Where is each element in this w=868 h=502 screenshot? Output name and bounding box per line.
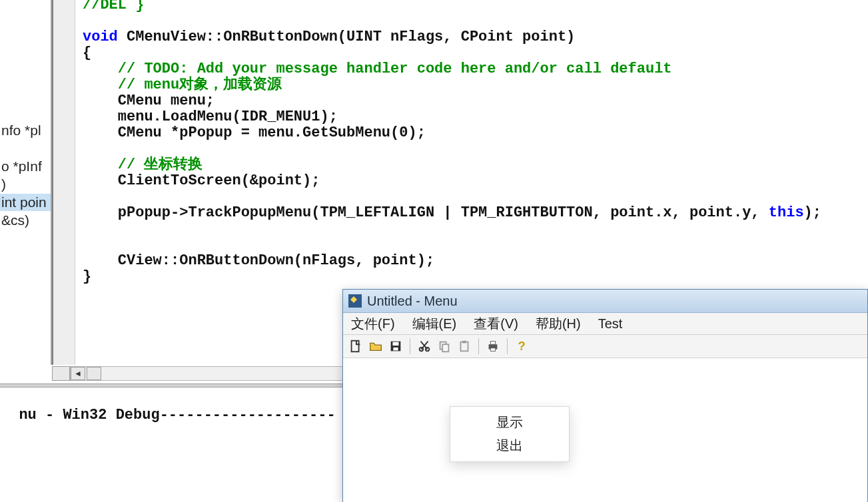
app-menubar[interactable]: 文件(F)编辑(E)查看(V)帮助(H)Test: [343, 313, 867, 335]
new-file-icon[interactable]: [347, 338, 364, 355]
class-view-item[interactable]: &cs): [0, 212, 52, 229]
menubar-item[interactable]: 文件(F): [347, 314, 399, 334]
class-view-item[interactable]: int poin: [0, 194, 52, 211]
menubar-item[interactable]: 编辑(E): [408, 314, 461, 334]
app-titlebar[interactable]: Untitled - Menu: [343, 290, 867, 313]
menubar-item[interactable]: Test: [594, 315, 627, 333]
svg-rect-14: [490, 348, 495, 352]
app-icon: [348, 294, 362, 308]
toolbar-separator: [507, 338, 508, 354]
svg-rect-13: [490, 342, 495, 345]
class-view-panel[interactable]: nfo *plo *pInf)int poin &cs): [0, 0, 52, 365]
print-icon[interactable]: [484, 338, 502, 355]
scroll-left-button[interactable]: ◄: [71, 367, 85, 380]
svg-rect-11: [462, 341, 466, 344]
copy-icon[interactable]: [436, 338, 453, 355]
app-title: Untitled - Menu: [367, 294, 458, 309]
app-toolbar[interactable]: ?: [343, 335, 867, 358]
context-menu[interactable]: 显示退出: [450, 406, 570, 462]
svg-text:?: ?: [518, 339, 525, 353]
context-menu-item[interactable]: 显示: [450, 411, 569, 434]
running-app-window[interactable]: Untitled - Menu 文件(F)编辑(E)查看(V)帮助(H)Test…: [342, 289, 868, 502]
output-line: nu - Win32 Debug--------------------: [19, 407, 335, 423]
cut-icon[interactable]: [416, 338, 433, 355]
code-text[interactable]: //DEL } void CMenuView::OnRButtonDown(UI…: [83, 0, 821, 285]
svg-rect-3: [393, 348, 398, 351]
editor-scroll-corner: [52, 366, 70, 381]
svg-rect-9: [442, 344, 448, 352]
class-view-item[interactable]: o *pInf: [0, 158, 52, 175]
class-view-item[interactable]: ): [0, 176, 52, 193]
app-client-area[interactable]: 显示退出: [343, 358, 867, 502]
paste-icon[interactable]: [456, 338, 473, 355]
svg-rect-2: [392, 342, 398, 346]
class-view-item[interactable]: nfo *pl: [0, 122, 52, 139]
toolbar-separator: [478, 338, 479, 354]
svg-rect-0: [352, 341, 359, 352]
help-icon[interactable]: ?: [513, 338, 530, 355]
open-file-icon[interactable]: [367, 338, 384, 355]
toolbar-separator: [410, 338, 410, 354]
save-file-icon[interactable]: [387, 338, 404, 355]
scroll-split-button[interactable]: [87, 367, 101, 380]
menubar-item[interactable]: 帮助(H): [532, 314, 585, 334]
svg-rect-10: [461, 342, 468, 352]
editor-gutter: [53, 0, 75, 365]
menubar-item[interactable]: 查看(V): [470, 314, 522, 334]
context-menu-item[interactable]: 退出: [450, 434, 569, 457]
